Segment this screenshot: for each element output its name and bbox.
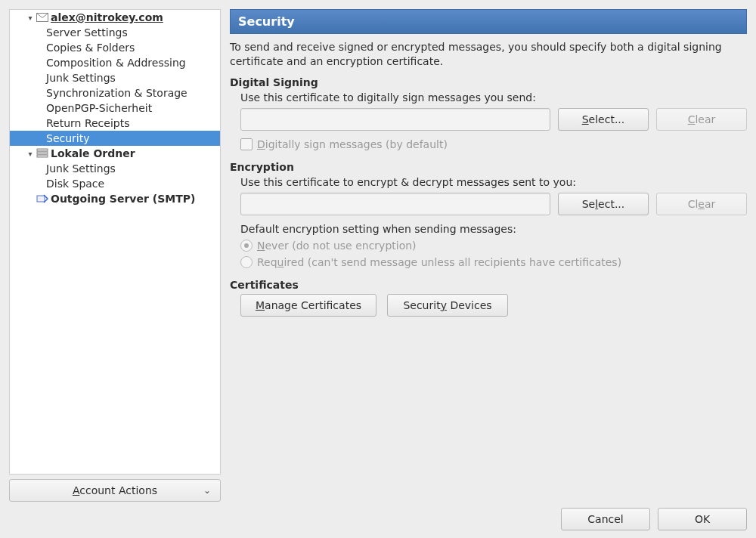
outgoing-label: Outgoing Server (SMTP): [51, 193, 195, 205]
dialog-buttons: Cancel OK: [561, 508, 747, 530]
svg-rect-3: [37, 155, 48, 157]
tree-item-server-settings[interactable]: Server Settings: [10, 25, 220, 40]
encryption-select-button[interactable]: Select...: [558, 193, 649, 215]
account-label: alex@nitrokey.com: [51, 11, 163, 23]
certs-heading: Certificates: [230, 279, 747, 291]
tree-item-composition-addressing[interactable]: Composition & Addressing: [10, 55, 220, 70]
panel-body: To send and receive signed or encrypted …: [230, 34, 747, 324]
ok-button[interactable]: OK: [658, 508, 747, 530]
signing-cert-input[interactable]: [240, 108, 550, 131]
top-area: ▾ alex@nitrokey.com Server Settings Copi…: [9, 9, 747, 502]
encryption-cert-input[interactable]: [240, 193, 550, 215]
expander-icon[interactable]: ▾: [25, 150, 36, 158]
encryption-heading: Encryption: [230, 161, 747, 173]
panel-title: Security: [230, 9, 747, 34]
svg-rect-2: [37, 152, 48, 154]
tree-item-copies-folders[interactable]: Copies & Folders: [10, 40, 220, 55]
svg-rect-4: [37, 196, 45, 202]
signing-clear-button: Clear: [656, 108, 747, 131]
radio-never-label: Never (do not use encryption): [257, 240, 417, 252]
signing-heading: Digital Signing: [230, 76, 747, 88]
chevron-down-icon: ⌄: [203, 485, 211, 496]
local-folders-label: Lokale Ordner: [51, 147, 135, 159]
account-actions-label: Account Actions: [73, 484, 157, 496]
sign-by-default-label: Digitally sign messages (by default): [257, 138, 448, 150]
checkbox-icon: [240, 138, 253, 150]
radio-icon: [240, 240, 253, 252]
tree-item-disk-space[interactable]: Disk Space: [10, 176, 220, 191]
outgoing-server-icon: [36, 193, 49, 205]
mail-account-icon: [36, 11, 49, 23]
signing-select-button[interactable]: Select...: [558, 108, 649, 131]
tree-item-openpgp[interactable]: OpenPGP-Sicherheit: [10, 100, 220, 116]
tree-item-junk-settings[interactable]: Junk Settings: [10, 70, 220, 85]
tree-item-return-receipts[interactable]: Return Receipts: [10, 116, 220, 131]
signing-desc: Use this certificate to digitally sign m…: [240, 91, 747, 104]
local-folders-icon: [36, 147, 49, 159]
radio-never: Never (do not use encryption): [240, 240, 747, 252]
default-encryption-heading: Default encryption setting when sending …: [240, 223, 747, 235]
settings-panel: Security To send and receive signed or e…: [230, 9, 747, 502]
tree-item-security[interactable]: Security: [10, 131, 220, 146]
expander-icon[interactable]: ▾: [25, 14, 36, 22]
radio-icon: [240, 256, 253, 268]
encryption-desc: Use this certificate to encrypt & decryp…: [240, 176, 747, 188]
radio-required: Required (can't send message unless all …: [240, 256, 747, 268]
manage-certificates-button[interactable]: Manage Certificates: [240, 294, 376, 317]
security-devices-button[interactable]: Security Devices: [387, 294, 508, 317]
intro-text: To send and receive signed or encrypted …: [230, 40, 747, 69]
account-actions-button[interactable]: Account Actions ⌄: [9, 479, 221, 502]
account-tree[interactable]: ▾ alex@nitrokey.com Server Settings Copi…: [9, 9, 221, 475]
tree-account-email[interactable]: ▾ alex@nitrokey.com: [10, 10, 220, 25]
sidebar: ▾ alex@nitrokey.com Server Settings Copi…: [9, 9, 221, 502]
encryption-clear-button: Clear: [656, 193, 747, 215]
cancel-button[interactable]: Cancel: [561, 508, 650, 530]
account-settings-window: ▾ alex@nitrokey.com Server Settings Copi…: [0, 0, 756, 538]
tree-local-folders[interactable]: ▾ Lokale Ordner: [10, 146, 220, 161]
tree-item-sync-storage[interactable]: Synchronization & Storage: [10, 85, 220, 100]
tree-outgoing-smtp[interactable]: ▾ Outgoing Server (SMTP): [10, 191, 220, 206]
svg-rect-1: [37, 149, 48, 151]
sign-by-default-checkbox: Digitally sign messages (by default): [240, 138, 747, 150]
tree-item-local-junk[interactable]: Junk Settings: [10, 161, 220, 176]
radio-required-label: Required (can't send message unless all …: [257, 256, 621, 268]
